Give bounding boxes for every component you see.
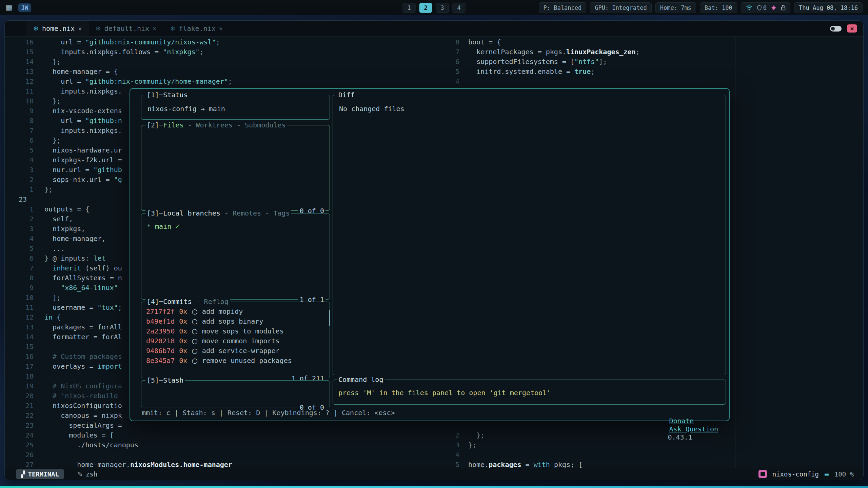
workspace-button[interactable]: 3 xyxy=(436,3,449,13)
lazygit-overlay: [1]─Status nixos-config → main [2]─Files… xyxy=(130,88,730,421)
workspace-button[interactable]: 4 xyxy=(453,3,466,13)
code-line[interactable]: 8boot = { xyxy=(452,37,863,47)
line-number: 1 xyxy=(5,185,34,195)
line-number: 8 xyxy=(5,116,34,126)
line-number: 3 xyxy=(5,224,34,234)
line-number: 4 xyxy=(452,77,459,86)
commit-row[interactable]: 2a239500x○move sops to modules xyxy=(146,326,325,336)
line-number: 6 xyxy=(5,253,34,263)
panel-key: [5]─ xyxy=(147,376,163,384)
ask-question-link[interactable]: Ask Question xyxy=(669,425,718,433)
accent-star-icon[interactable] xyxy=(771,5,776,11)
line-number: 14 xyxy=(5,57,34,67)
line-number: 12 xyxy=(5,312,34,322)
commit-hash: b49ef1d xyxy=(146,317,175,326)
shield-icon[interactable]: 0 xyxy=(757,4,767,11)
line-number: 24 xyxy=(5,430,34,440)
line-number: 8 xyxy=(5,273,34,283)
panel-subtabs: - Remotes - Tags xyxy=(220,209,290,217)
line-number: 20 xyxy=(5,391,34,401)
lazygit-diff-panel[interactable]: Diff No changed files xyxy=(333,95,726,375)
code-line[interactable]: 14 }; xyxy=(5,57,452,67)
commit-row[interactable]: d9202180x○move common imports xyxy=(146,336,325,346)
statusbar-right: nixos-config ≡ 100 % xyxy=(758,470,863,479)
donate-link[interactable]: Donate xyxy=(669,417,694,425)
code-line[interactable]: 12 url = "github:nix-community/home-mana… xyxy=(5,77,452,86)
code-line[interactable]: 26 xyxy=(5,450,452,460)
code-line[interactable]: 5home.packages = with pkgs; [ xyxy=(452,460,863,468)
line-number: 26 xyxy=(5,450,34,460)
keybindings-hint: mmit: c | Stash: s | Reset: D | Keybindi… xyxy=(142,409,395,449)
code-line[interactable]: 4 xyxy=(452,450,863,460)
code-line[interactable]: 16 url = "github:nix-community/nixos-wsl… xyxy=(5,37,452,47)
lazygit-keybar: mmit: c | Stash: s | Reset: D | Keybindi… xyxy=(142,409,718,449)
line-number: 16 xyxy=(5,352,34,362)
line-number: 9 xyxy=(5,283,34,293)
lazygit-files-panel[interactable]: [2]─Files - Worktrees - Submodules 0 of … xyxy=(141,125,330,211)
status-badges: P: BalancedGPU: IntegratedHome: 7msBat: … xyxy=(539,2,737,13)
wifi-icon[interactable] xyxy=(746,5,753,11)
workspace-button[interactable]: 1 xyxy=(403,3,416,13)
shell-tab-label: zsh xyxy=(86,470,97,478)
clock: Thu Aug 08, 18:16 xyxy=(794,2,863,13)
line-number: 21 xyxy=(5,401,34,411)
code-line[interactable]: 7 kernelPackages = pkgs.linuxPackages_ze… xyxy=(452,47,863,57)
lock-icon[interactable] xyxy=(781,5,786,11)
list-icon[interactable]: ≡ xyxy=(824,470,829,479)
line-number: 7 xyxy=(5,126,34,136)
lazygit-commits-panel[interactable]: [4]─Commits - Reflog 2717f2f0x○add mopid… xyxy=(141,302,330,378)
command-log-message: press 'M' in the files panel to open 'gi… xyxy=(338,389,551,397)
tab-zsh[interactable]: ✎ zsh xyxy=(77,470,97,478)
repo-branch-status: nixos-config → main xyxy=(147,105,225,113)
code-line[interactable]: 15 inputs.nixpkgs.follows = "nixpkgs"; xyxy=(5,47,452,57)
workspace-button[interactable]: 2 xyxy=(419,3,432,13)
user-badge[interactable]: JW xyxy=(18,3,31,12)
commit-row[interactable]: 8e345a70x○remove unused packages xyxy=(146,356,325,366)
code-line[interactable]: 6 supportedFilesystems = ["ntfs"]; xyxy=(452,57,863,67)
panel-title: Command log xyxy=(338,375,383,384)
mode-label: TERMINAL xyxy=(28,470,59,478)
lazygit-branches-panel[interactable]: [3]─Local branches - Remotes - Tags * ma… xyxy=(141,213,330,300)
lazygit-command-log-panel[interactable]: Command log press 'M' in the files panel… xyxy=(333,380,726,405)
line-number: 5 xyxy=(452,67,459,77)
mode-indicator: ▞ TERMINAL xyxy=(16,469,64,479)
edit-pen-icon: ✎ xyxy=(77,470,83,478)
commit-graph-node: ○ xyxy=(192,317,197,326)
line-number: 11 xyxy=(5,86,34,96)
commit-row[interactable]: 9486b7d0x○add service-wrapper xyxy=(146,346,325,356)
branch-uptodate-check: ✓ xyxy=(175,222,180,230)
commit-list: 2717f2f0x○add mopidyb49ef1d0x○add sops b… xyxy=(141,302,330,366)
lazygit-status-panel[interactable]: [1]─Status nixos-config → main xyxy=(141,95,330,120)
panel-title: Stash xyxy=(163,376,183,384)
code-line[interactable]: 4 xyxy=(452,77,863,86)
line-number: 5 xyxy=(5,145,34,155)
commit-row[interactable]: b49ef1d0x○add sops binary xyxy=(146,317,325,326)
line-number: 8 xyxy=(452,37,459,47)
commit-row[interactable]: 2717f2f0x○add mopidy xyxy=(146,307,325,317)
commit-message: add sops binary xyxy=(202,317,263,326)
line-number: 3 xyxy=(5,165,34,175)
lazygit-stash-panel[interactable]: [5]─Stash 0 of 0 xyxy=(141,380,330,407)
panel-title: Files xyxy=(163,121,183,129)
code-line[interactable]: 13 home-manager = { xyxy=(5,67,452,77)
commit-hash: 2717f2f xyxy=(146,307,175,317)
shield-count: 0 xyxy=(763,4,767,11)
app-launcher-icon[interactable]: ▦ xyxy=(5,0,13,15)
code-line[interactable]: 5 initrd.systemd.enable = true; xyxy=(452,67,863,77)
line-number: 16 xyxy=(5,37,34,47)
commit-author: 0x xyxy=(179,317,187,326)
line-number: 2 xyxy=(5,214,34,224)
commits-scrollbar[interactable] xyxy=(329,310,330,326)
line-number: 4 xyxy=(5,155,34,165)
branch-name[interactable]: * main xyxy=(147,222,171,230)
line-number: 18 xyxy=(5,371,34,381)
line-number: 5 xyxy=(452,460,459,468)
panel-subtabs: - Reflog xyxy=(192,298,228,306)
commit-author: 0x xyxy=(179,346,187,356)
commit-author: 0x xyxy=(179,356,187,366)
status-badge: Home: 7ms xyxy=(655,2,696,13)
code-line[interactable]: 27 home-manager.nixosModules.home-manage… xyxy=(5,460,452,468)
line-number: 11 xyxy=(5,303,34,312)
panel-key: [2]─ xyxy=(147,121,163,129)
line-number: 25 xyxy=(5,440,34,450)
